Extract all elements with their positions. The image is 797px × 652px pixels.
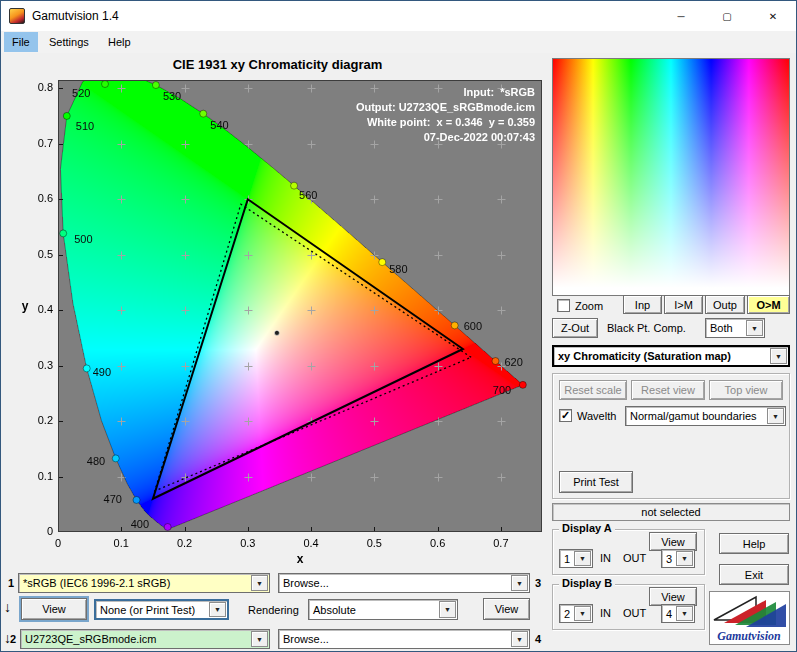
exit-button[interactable]: Exit [719,564,789,585]
close-button[interactable]: ✕ [750,1,796,31]
chevron-down-icon[interactable]: ▼ [767,408,784,424]
display-b-out-value: 4 [662,605,675,622]
menu-settings[interactable]: Settings [41,32,97,52]
display-b-label: Display B [559,577,615,589]
boundaries-value: Normal/gamut boundaries [626,407,766,425]
rendering-value: Absolute [309,600,438,619]
profile2-number: 2 [10,633,16,645]
app-window: Gamutvision 1.4 ─ ▢ ✕ File Settings Help… [0,0,797,652]
titlebar[interactable]: Gamutvision 1.4 ─ ▢ ✕ [1,1,796,31]
window-title: Gamutvision 1.4 [32,9,119,23]
close-icon: ✕ [769,11,777,22]
view-left-button[interactable]: View [21,598,87,620]
minimize-button[interactable]: ─ [658,1,704,31]
display-a-in-select[interactable]: 1 ▼ [559,549,593,568]
flow-down-arrow-icon: ↓ [4,599,11,615]
outp-button[interactable]: Outp [705,295,745,314]
status-text: not selected [641,506,700,518]
zoom-checkbox[interactable]: Zoom [557,299,603,312]
top-view-button[interactable]: Top view [709,380,783,400]
check-icon: ✓ [561,409,570,422]
print-test-button[interactable]: Print Test [559,471,633,493]
black-pt-comp-value: Both [706,319,745,337]
inp-button[interactable]: Inp [623,295,662,314]
view-right-button[interactable]: View [483,598,530,620]
rendering-label: Rendering [248,604,299,616]
display-a-out-select[interactable]: 3 ▼ [661,549,695,568]
chromaticity-diagram[interactable] [9,55,546,571]
reset-view-button[interactable]: Reset view [631,380,705,400]
wavelength-checkbox[interactable]: ✓ Wavelth [559,409,616,422]
output-browse-value: Browse... [279,630,510,648]
profile1-number: 1 [8,577,14,589]
maximize-icon: ▢ [722,11,731,22]
profile2-out-number: 4 [535,633,541,645]
output-browse-select[interactable]: Browse... ▼ [278,629,530,649]
display-a-in-label: IN [600,552,611,564]
app-icon [9,8,25,24]
display-b-in-label: IN [600,607,611,619]
rendering-intent-value: None (or Print Test) [96,601,208,618]
zoom-checkbox-label: Zoom [575,300,603,312]
minimize-icon: ─ [677,11,684,22]
help-button[interactable]: Help [719,533,789,554]
display-b-out-label: OUT [623,607,646,619]
chevron-down-icon[interactable]: ▼ [770,348,787,364]
logo-wordmark: Gamutvision [717,629,781,643]
chevron-down-icon[interactable]: ▼ [574,551,591,566]
view-mode-select[interactable]: xy Chromaticity (Saturation map) ▼ [552,345,790,367]
chevron-down-icon[interactable]: ▼ [746,320,763,336]
display-a-out-label: OUT [623,552,646,564]
output-to-monitor-button[interactable]: O>M [747,295,790,314]
maximize-button[interactable]: ▢ [704,1,750,31]
display-a-label: Display A [559,522,615,534]
chevron-down-icon[interactable]: ▼ [676,606,693,621]
display-a-in-value: 1 [560,550,573,567]
chevron-down-icon[interactable]: ▼ [511,631,528,647]
display-b-in-select[interactable]: 2 ▼ [559,604,593,623]
view-mode-value: xy Chromaticity (Saturation map) [554,347,769,365]
saturation-map-preview [552,58,790,296]
logo-graphic: Gamutvision [710,592,789,644]
wavelength-checkbox-label: Wavelth [577,410,616,422]
status-box: not selected [552,503,790,521]
input-browse-value: Browse... [279,574,510,592]
z-out-button[interactable]: Z-Out [552,318,598,338]
wavelength-checkbox-box[interactable]: ✓ [559,409,572,422]
rendering-intent-select[interactable]: None (or Print Test) ▼ [94,599,229,620]
chevron-down-icon[interactable]: ▼ [251,631,268,647]
menu-help[interactable]: Help [100,32,139,52]
menubar: File Settings Help [1,31,796,53]
reset-scale-button[interactable]: Reset scale [559,380,627,400]
gamutvision-logo: Gamutvision [709,591,790,645]
input-to-monitor-button[interactable]: I>M [664,295,703,314]
output-profile-value: U2723QE_sRGBmode.icm [21,630,250,648]
chevron-down-icon[interactable]: ▼ [439,601,456,618]
zoom-checkbox-box[interactable] [557,299,570,312]
black-pt-comp-label: Black Pt. Comp. [607,322,686,334]
chevron-down-icon[interactable]: ▼ [676,551,693,566]
chevron-down-icon[interactable]: ▼ [511,575,528,591]
chevron-down-icon[interactable]: ▼ [209,602,226,617]
input-profile-value: *sRGB (IEC6 1996-2.1 sRGB) [19,574,250,592]
input-profile-select[interactable]: *sRGB (IEC6 1996-2.1 sRGB) ▼ [18,573,270,593]
rendering-select[interactable]: Absolute ▼ [308,599,458,620]
display-b-in-value: 2 [560,605,573,622]
output-profile-select[interactable]: U2723QE_sRGBmode.icm ▼ [20,629,270,649]
display-a-out-value: 3 [662,550,675,567]
profile1-out-number: 3 [535,577,541,589]
chevron-down-icon[interactable]: ▼ [251,575,268,591]
boundaries-select[interactable]: Normal/gamut boundaries ▼ [625,406,786,426]
input-browse-select[interactable]: Browse... ▼ [278,573,530,593]
chevron-down-icon[interactable]: ▼ [574,606,591,621]
black-pt-comp-select[interactable]: Both ▼ [705,318,765,338]
menu-file[interactable]: File [4,32,38,52]
display-b-out-select[interactable]: 4 ▼ [661,604,695,623]
